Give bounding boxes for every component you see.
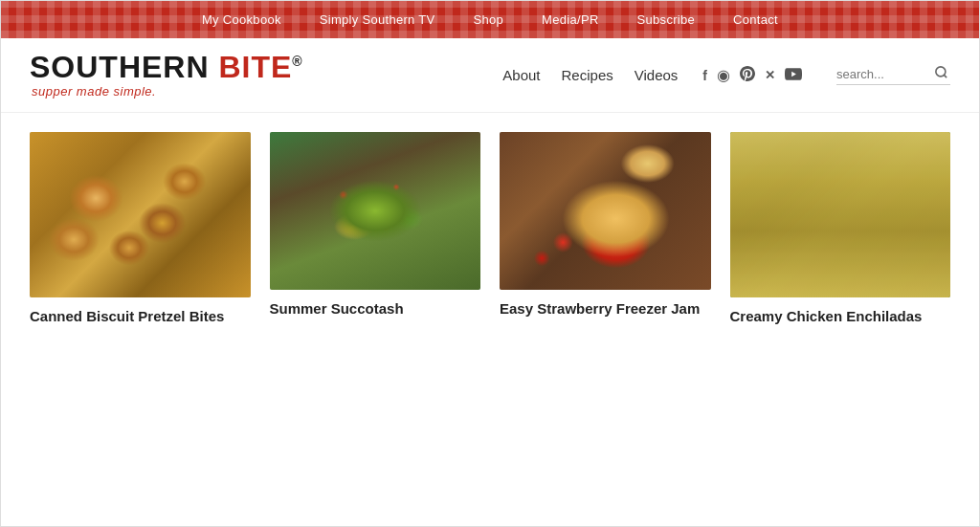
logo-title: SOUTHERN BITE® xyxy=(30,52,303,82)
recipe-image-jam xyxy=(500,132,711,290)
nav-area: About Recipes Videos f ◉ ✕ xyxy=(502,65,950,85)
recipe-card-jam[interactable]: Easy Strawberry Freezer Jam xyxy=(490,132,721,326)
nav-recipes[interactable]: Recipes xyxy=(562,67,613,83)
svg-line-1 xyxy=(944,75,947,77)
main-nav: About Recipes Videos xyxy=(502,67,678,83)
recipe-image-succotash xyxy=(270,132,481,290)
recipe-img-succotash xyxy=(270,132,481,290)
search-button[interactable] xyxy=(932,65,950,82)
recipe-card-succotash[interactable]: Summer Succotash xyxy=(260,132,491,326)
nav-about[interactable]: About xyxy=(502,67,540,83)
recipe-card-enchiladas[interactable]: Creamy Chicken Enchiladas xyxy=(721,132,951,326)
recipe-img-biscuit xyxy=(30,132,251,297)
recipe-title-succotash: Summer Succotash xyxy=(270,299,481,318)
search-input[interactable] xyxy=(836,67,932,81)
nav-videos[interactable]: Videos xyxy=(635,67,679,83)
recipe-img-enchiladas xyxy=(730,132,951,297)
recipe-title-enchiladas: Creamy Chicken Enchiladas xyxy=(730,307,951,326)
svg-point-0 xyxy=(936,67,946,77)
page-wrapper: My Cookbook Simply Southern TV Shop Medi… xyxy=(0,0,980,527)
top-nav-shop[interactable]: Shop xyxy=(474,12,504,27)
logo-bite: BITE xyxy=(218,50,292,84)
logo-trademark: ® xyxy=(292,54,302,69)
search-area xyxy=(836,65,950,85)
recipe-image-enchiladas xyxy=(730,132,951,297)
logo-area: SOUTHERN BITE® supper made simple. xyxy=(30,52,303,99)
recipe-image-biscuit xyxy=(30,132,251,297)
top-nav-cookbook[interactable]: My Cookbook xyxy=(202,12,281,27)
recipe-img-jam xyxy=(500,132,711,290)
recipe-title-biscuit: Canned Biscuit Pretzel Bites xyxy=(30,307,251,326)
facebook-icon[interactable]: f xyxy=(702,68,707,83)
instagram-icon[interactable]: ◉ xyxy=(717,66,730,84)
recipe-title-jam: Easy Strawberry Freezer Jam xyxy=(500,299,711,318)
header: SOUTHERN BITE® supper made simple. About… xyxy=(1,38,979,113)
logo-southern: SOUTHERN xyxy=(30,50,210,84)
social-icons: f ◉ ✕ xyxy=(702,66,802,84)
top-nav-media[interactable]: Media/PR xyxy=(542,12,598,27)
top-banner: My Cookbook Simply Southern TV Shop Medi… xyxy=(1,1,979,38)
top-nav-subscribe[interactable]: Subscribe xyxy=(637,12,696,27)
top-nav-tv[interactable]: Simply Southern TV xyxy=(320,12,435,27)
recipe-card-biscuit[interactable]: Canned Biscuit Pretzel Bites xyxy=(30,132,260,326)
twitter-icon[interactable]: ✕ xyxy=(765,68,775,82)
top-nav-contact[interactable]: Contact xyxy=(733,12,778,27)
youtube-icon[interactable] xyxy=(785,68,802,83)
logo-subtitle: supper made simple. xyxy=(32,84,303,99)
pinterest-icon[interactable] xyxy=(740,66,755,84)
recipe-grid: Canned Biscuit Pretzel Bites Summer Succ… xyxy=(1,113,979,345)
